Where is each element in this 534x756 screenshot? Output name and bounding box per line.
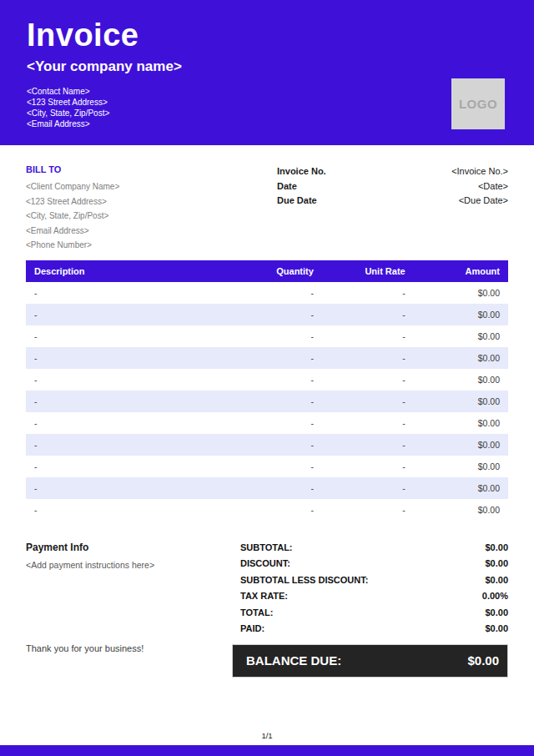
cell-amount: $0.00: [414, 499, 508, 521]
cell-amount: $0.00: [414, 391, 508, 412]
cell-unit-rate: -: [322, 325, 414, 347]
cell-unit-rate: -: [322, 412, 414, 434]
totals-row: SUBTOTAL: $0.00: [240, 540, 508, 557]
line-items-header-row: Description Quantity Unit Rate Amount: [26, 260, 508, 282]
cell-unit-rate: -: [322, 391, 414, 412]
payment-info-title: Payment Info: [26, 542, 232, 554]
totals-section: Payment Info <Add payment instructions h…: [26, 540, 508, 678]
column-header-quantity: Quantity: [219, 260, 322, 282]
cell-description: -: [26, 477, 219, 499]
table-row: - - - $0.00: [26, 412, 508, 434]
header-banner: Invoice <Your company name> <Contact Nam…: [0, 0, 534, 145]
cell-description: -: [26, 391, 219, 412]
cell-unit-rate: -: [322, 369, 414, 391]
cell-amount: $0.00: [414, 456, 508, 477]
footer-accent-bar: [0, 745, 534, 756]
logo-placeholder: LOGO: [451, 78, 505, 129]
totals-row-value: $0.00: [485, 540, 508, 557]
table-row: - - - $0.00: [26, 369, 508, 391]
page-indicator: 1/1: [0, 731, 534, 740]
cell-quantity: -: [219, 304, 322, 325]
bill-to-line: <Client Company Name>: [26, 179, 119, 194]
cell-amount: $0.00: [414, 347, 508, 369]
invoice-meta-value: <Due Date>: [459, 194, 508, 209]
balance-due-bar: BALANCE DUE: $0.00: [232, 644, 508, 678]
cell-unit-rate: -: [322, 499, 414, 521]
invoice-title: Invoice: [27, 17, 507, 53]
totals-row: PAID: $0.00: [240, 621, 508, 638]
cell-amount: $0.00: [414, 434, 508, 456]
cell-description: -: [26, 304, 219, 325]
totals-row-label: DISCOUNT:: [240, 556, 290, 572]
cell-unit-rate: -: [322, 434, 414, 456]
cell-amount: $0.00: [414, 412, 508, 434]
cell-description: -: [26, 347, 219, 369]
table-row: - - - $0.00: [26, 325, 508, 347]
cell-amount: $0.00: [414, 304, 508, 325]
cell-unit-rate: -: [322, 282, 414, 304]
column-header-description: Description: [26, 260, 219, 282]
payment-info-block: Payment Info <Add payment instructions h…: [26, 540, 232, 678]
cell-description: -: [26, 434, 219, 456]
cell-unit-rate: -: [322, 347, 414, 369]
invoice-meta-label: Date: [277, 179, 297, 194]
totals-row-label: SUBTOTAL LESS DISCOUNT:: [240, 572, 368, 589]
table-row: - - - $0.00: [26, 456, 508, 477]
line-items-header: Description Quantity Unit Rate Amount: [26, 260, 508, 282]
cell-quantity: -: [219, 499, 322, 521]
company-contact-line: <City, State, Zip/Post>: [27, 108, 507, 118]
cell-description: -: [26, 412, 219, 434]
table-row: - - - $0.00: [26, 499, 508, 521]
totals-rows: SUBTOTAL: $0.00 DISCOUNT: $0.00 SUBTOTAL…: [232, 540, 508, 638]
totals-row: TAX RATE: 0.00%: [240, 588, 508, 605]
bill-to-label: BILL TO: [26, 164, 119, 175]
column-header-amount: Amount: [414, 260, 508, 282]
cell-quantity: -: [219, 369, 322, 391]
balance-due-value: $0.00: [467, 653, 499, 668]
totals-row: TOTAL: $0.00: [240, 605, 508, 622]
cell-description: -: [26, 282, 219, 304]
cell-quantity: -: [219, 391, 322, 412]
cell-amount: $0.00: [414, 369, 508, 391]
totals-row-value: 0.00%: [482, 588, 508, 605]
line-items-table: Description Quantity Unit Rate Amount - …: [26, 260, 508, 521]
cell-unit-rate: -: [322, 477, 414, 499]
balance-due-label: BALANCE DUE:: [246, 653, 341, 668]
payment-instructions: <Add payment instructions here>: [26, 560, 232, 571]
invoice-meta-row: Date <Date>: [277, 179, 508, 194]
bill-to-line: <Phone Number>: [26, 238, 119, 253]
column-header-unit-rate: Unit Rate: [322, 260, 414, 282]
bill-to-lines: <Client Company Name> <123 Street Addres…: [26, 179, 119, 253]
cell-amount: $0.00: [414, 477, 508, 499]
invoice-meta-label: Due Date: [277, 194, 317, 209]
billing-meta-section: BILL TO <Client Company Name> <123 Stree…: [26, 164, 508, 253]
cell-quantity: -: [219, 477, 322, 499]
invoice-page: Invoice <Your company name> <Contact Nam…: [0, 0, 534, 756]
invoice-meta-block: Invoice No. <Invoice No.> Date <Date> Du…: [277, 164, 508, 253]
company-contact-line: <Email Address>: [27, 118, 507, 129]
totals-row-label: TAX RATE:: [240, 588, 288, 605]
totals-row-label: SUBTOTAL:: [240, 540, 293, 557]
bill-to-line: <City, State, Zip/Post>: [26, 209, 119, 224]
cell-description: -: [26, 369, 219, 391]
table-row: - - - $0.00: [26, 347, 508, 369]
cell-unit-rate: -: [322, 456, 414, 477]
totals-block: SUBTOTAL: $0.00 DISCOUNT: $0.00 SUBTOTAL…: [232, 540, 508, 678]
cell-amount: $0.00: [414, 282, 508, 304]
table-row: - - - $0.00: [26, 391, 508, 412]
invoice-meta-label: Invoice No.: [277, 164, 326, 179]
totals-row-value: $0.00: [485, 605, 508, 622]
cell-amount: $0.00: [414, 325, 508, 347]
line-items-body: - - - $0.00 - - - $0.00 - - - $0.00: [26, 282, 508, 521]
company-contact-block: <Contact Name> <123 Street Address> <Cit…: [27, 86, 507, 129]
totals-row: SUBTOTAL LESS DISCOUNT: $0.00: [240, 572, 508, 589]
cell-unit-rate: -: [322, 304, 414, 325]
cell-quantity: -: [219, 412, 322, 434]
cell-description: -: [26, 325, 219, 347]
totals-row-label: TOTAL:: [240, 605, 273, 622]
totals-row: DISCOUNT: $0.00: [240, 556, 508, 572]
totals-row-value: $0.00: [485, 556, 508, 572]
cell-quantity: -: [219, 325, 322, 347]
company-name: <Your company name>: [27, 58, 507, 75]
invoice-meta-row: Invoice No. <Invoice No.>: [277, 164, 508, 179]
